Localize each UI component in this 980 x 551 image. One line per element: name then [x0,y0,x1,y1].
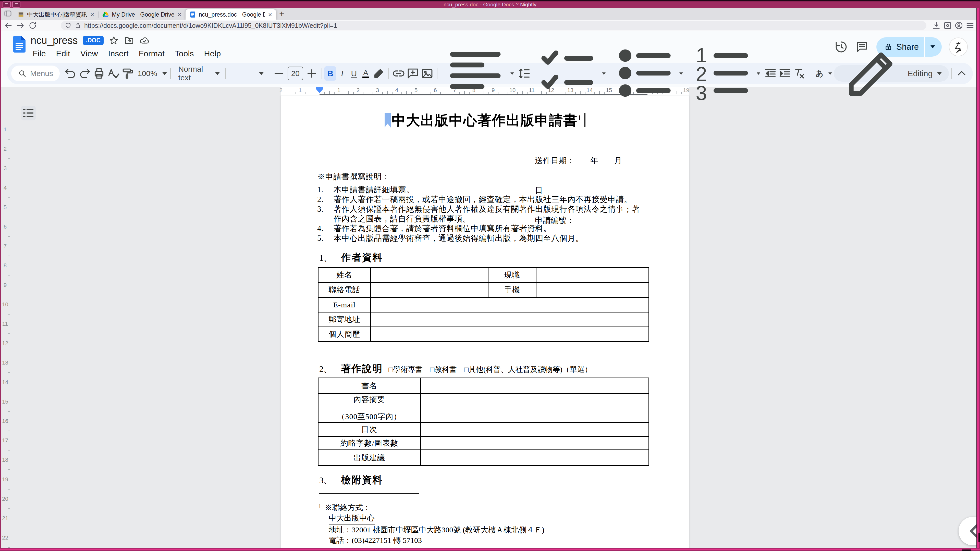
bulleted-list-button[interactable] [609,66,686,81]
table-label-cell[interactable]: 出版建議 [318,450,421,466]
font-size-input[interactable]: 20 [288,67,303,80]
menu-icon[interactable] [965,21,975,30]
zoom-select[interactable]: 100% [135,66,167,81]
highlight-color-button[interactable] [372,66,385,81]
undo-button[interactable] [64,66,77,81]
table-input-cell[interactable] [421,437,649,450]
menus-search-button[interactable]: Menus [11,65,60,81]
star-icon[interactable] [109,35,119,46]
downloads-icon[interactable] [932,21,941,30]
font-family-select[interactable] [228,66,266,81]
spell-check-button[interactable] [107,66,120,81]
table-input-cell[interactable] [371,283,488,297]
resize-grip[interactable] [978,533,980,542]
table-input-cell[interactable] [371,327,649,342]
menu-format[interactable]: Format [134,48,170,60]
menu-tools[interactable]: Tools [170,48,199,60]
table-label-cell[interactable]: 書名 [318,378,421,394]
date-line[interactable]: 送件日期： 年 月 [535,156,622,165]
document-title[interactable]: ncu_press [30,35,78,46]
doc-heading-text[interactable]: 中大出版中心著作出版申請書 [392,113,578,128]
footnote-org[interactable]: 中大出版中心 [329,513,375,524]
instruction-text[interactable]: 著作若為集體合著，請於著者資料欄位中填寫所有著者資料。 [334,224,641,233]
numbered-list-button[interactable]: 123 [687,66,763,81]
checklist-button[interactable] [532,66,608,81]
browser-tab-active[interactable]: ncu_press.doc - Google D × [186,9,276,20]
insert-link-button[interactable] [392,66,405,81]
bookmark-icon[interactable] [385,113,391,127]
decrease-indent-button[interactable] [764,66,777,81]
back-icon[interactable] [3,21,13,30]
instruction-text[interactable]: 本中心出版品需經學術審查，通過後始得編輯出版，為期四至八個月。 [334,233,641,243]
instruction-text[interactable]: 著作人須保證本著作絕無侵害他人著作權及違反有關著作出版現行各項法令之情事；著作內… [334,204,641,224]
instructions-heading[interactable]: ※申請書撰寫說明： [317,172,641,182]
menu-help[interactable]: Help [199,48,226,60]
table-label-cell[interactable]: 郵寄地址 [318,312,371,327]
work-type-options[interactable]: □學術專書 □教科書 □其他(科普、人社普及讀物等)（單選） [389,365,592,375]
close-tab-icon[interactable]: × [177,11,182,19]
avatar[interactable] [950,38,967,56]
instruction-item[interactable]: 3.著作人須保證本著作絕無侵害他人著作權及違反有關著作出版現行各項法令之情事；著… [317,204,641,224]
section-title[interactable]: 著作說明 [341,362,383,375]
close-tab-icon[interactable]: × [90,11,95,19]
menu-file[interactable]: File [27,48,51,60]
instruction-text[interactable]: 著作人著作若一稿兩投，或若中途撤回，經查確定，本出版社三年內不再接受申請。 [334,195,641,204]
text-color-button[interactable]: A [360,66,372,81]
new-tab-button[interactable]: + [279,9,284,18]
shield-icon[interactable] [65,22,72,29]
table-input-cell[interactable] [536,268,649,283]
add-comment-button[interactable] [406,66,420,81]
table-input-cell[interactable] [421,422,649,437]
table-input-cell[interactable] [371,312,649,327]
table-label-cell[interactable]: E-mail [318,297,371,312]
left-indent-marker[interactable] [316,89,323,93]
section-heading-1[interactable]: 1、 作者資料 [319,251,383,264]
section-title[interactable]: 檢附資料 [341,473,383,486]
resize-grip[interactable] [962,549,971,551]
section-heading-3[interactable]: 3、 檢附資料 [319,473,383,486]
input-tools-button[interactable]: あ [812,66,833,81]
table-label-cell[interactable]: 姓名 [318,268,371,283]
instruction-item[interactable]: 5.本中心出版品需經學術審查，通過後始得編輯出版，為期四至八個月。 [317,233,641,243]
section-number[interactable]: 3、 [319,475,332,486]
work-table[interactable]: 書名內容摘要（300至500字內）目次約略字數/圖表數出版建議 [318,378,649,466]
document-page[interactable]: 中大出版中心著作出版申請書1 送件日期： 年 月 日 申請編號： ※申請書撰寫說… [281,95,689,549]
account-icon[interactable] [954,21,964,30]
table-input-cell[interactable] [421,450,649,466]
increase-indent-button[interactable] [778,66,791,81]
firefox-view-icon[interactable] [3,9,12,18]
table-label-cell[interactable]: 個人簡歷 [318,327,371,342]
instruction-text[interactable]: 本申請書請詳細填寫。 [334,185,641,195]
editing-mode-button[interactable]: Editing [834,65,949,82]
bold-button[interactable]: B [325,66,336,81]
increase-font-size-button[interactable] [305,66,318,81]
decrease-font-size-button[interactable] [272,66,286,81]
author-table[interactable]: 姓名現職聯絡電話手機E-mail郵寄地址個人簡歷 [318,267,649,342]
instruction-item[interactable]: 1.本申請書請詳細填寫。 [317,185,641,195]
extensions-icon[interactable] [943,21,953,30]
instruction-item[interactable]: 2.著作人著作若一稿兩投，或若中途撤回，經查確定，本出版社三年內不再接受申請。 [317,195,641,204]
table-label-cell[interactable]: 現職 [488,268,536,283]
table-input-cell[interactable] [371,268,488,283]
show-outline-button[interactable] [21,106,36,121]
lock-icon[interactable] [75,22,81,29]
paint-format-button[interactable] [121,66,134,81]
instructions[interactable]: ※申請書撰寫說明： 1.本申請書請詳細填寫。2.著作人著作若一稿兩投，或若中途撤… [317,172,641,243]
move-folder-icon[interactable] [124,35,134,46]
forward-icon[interactable] [15,21,25,30]
footnote-heading[interactable]: ※聯絡方式： [325,503,371,512]
menu-insert[interactable]: Insert [103,48,134,60]
insert-image-button[interactable] [421,66,434,81]
table-label-cell[interactable]: 目次 [318,422,421,437]
url-bar[interactable]: https://docs.google.com/document/d/1owo9… [61,21,926,30]
table-input-cell[interactable] [536,283,649,297]
share-dropdown[interactable] [926,44,940,49]
section-number[interactable]: 2、 [319,364,332,375]
browser-tab-1[interactable]: 中大出版中心|徵稿資訊 × [14,9,98,20]
print-button[interactable] [92,66,106,81]
browser-tab-2[interactable]: My Drive - Google Drive × [99,9,186,20]
table-label-cell[interactable]: 內容摘要（300至500字內） [318,394,421,422]
table-label-cell[interactable]: 聯絡電話 [318,283,371,297]
footnote[interactable]: 1※聯絡方式： 中大出版中心 地址：32001 桃園市中壢區中大路300號 (教… [318,501,544,549]
redo-button[interactable] [78,66,91,81]
